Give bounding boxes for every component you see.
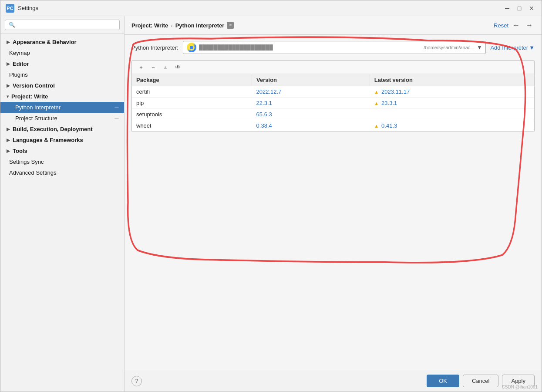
upgrade-arrow-icon: ▲ (374, 89, 379, 95)
latest-version-text: 0.41.3 (381, 122, 397, 129)
minimize-button[interactable]: ─ (502, 3, 512, 13)
sidebar-item-languages[interactable]: ▶ Languages & Frameworks (0, 135, 124, 145)
breadcrumb-parent: Project: Write (131, 22, 168, 29)
add-package-button[interactable]: + (135, 62, 147, 72)
arrow-icon: ▶ (7, 61, 10, 66)
sidebar-item-settings-sync[interactable]: Settings Sync (0, 156, 124, 167)
panel-actions: Reset ← → (494, 20, 535, 30)
nav-forward-button[interactable]: → (524, 20, 535, 30)
arrow-icon: ▶ (7, 83, 10, 88)
watermark: CSDN @ihan1001 (502, 385, 538, 389)
latest-version-text: 2023.11.17 (381, 88, 410, 95)
panel-body-wrapper: Python Interpreter: ████████████████████… (125, 35, 542, 370)
sidebar-item-editor[interactable]: ▶ Editor (0, 58, 124, 69)
window-title: Settings (18, 5, 502, 11)
version-cell: 2022.12.7 (252, 86, 370, 98)
move-up-button[interactable]: ▲ (160, 62, 171, 72)
sidebar-item-label: Languages & Frameworks (13, 137, 83, 143)
col-version: Version (252, 74, 370, 86)
main-content: ▶ Appearance & Behavior Keymap ▶ Editor … (0, 16, 542, 392)
sidebar-item-version-control[interactable]: ▶ Version Control (0, 80, 124, 91)
app-icon: PC (6, 4, 14, 13)
sidebar-items: ▶ Appearance & Behavior Keymap ▶ Editor … (0, 34, 124, 392)
add-interpreter-arrow: ▼ (529, 44, 535, 51)
sidebar-search-area (0, 16, 124, 34)
arrow-icon: ▶ (7, 149, 10, 153)
settings-icon (114, 115, 120, 122)
python-icon (187, 43, 196, 52)
sidebar-item-label: Python Interpreter (15, 104, 61, 111)
sidebar-item-label: Settings Sync (9, 159, 44, 165)
sidebar-item-label: Tools (13, 148, 27, 154)
right-panel: Project: Write › Python Interpreter ≡ Re… (125, 16, 542, 392)
packages-table: Package Version Latest version certifi20… (132, 74, 534, 132)
interpreter-path: ████████████████████ (199, 44, 421, 51)
version-cell: 0.38.4 (252, 120, 370, 132)
panel-header: Project: Write › Python Interpreter ≡ Re… (125, 16, 542, 35)
table-header-row: Package Version Latest version (132, 74, 534, 86)
upgrade-arrow-icon: ▲ (374, 123, 379, 128)
packages-tbody: certifi2022.12.7▲2023.11.17pip22.3.1▲23.… (132, 86, 534, 132)
sidebar-item-label: Editor (13, 61, 29, 67)
svg-rect-1 (114, 118, 119, 119)
settings-small-icon: ≡ (227, 22, 234, 29)
settings-window: PC Settings ─ □ ✕ ▶ Appearance & Behavio… (0, 0, 542, 392)
svg-point-3 (190, 46, 193, 49)
latest-version-cell: ▲0.41.3 (370, 120, 534, 132)
interpreter-path-end: /home/sysadmin/anac... (424, 45, 474, 50)
package-table-container: + − ▲ 👁 Package Version Latest version (131, 60, 535, 132)
arrow-icon: ▶ (7, 127, 10, 132)
sidebar-item-label: Version Control (13, 82, 55, 89)
ok-button[interactable]: OK (427, 375, 459, 387)
package-name-cell: setuptools (132, 109, 252, 120)
interpreter-selector[interactable]: ████████████████████ /home/sysadmin/anac… (183, 41, 486, 54)
arrow-icon: ▾ (7, 94, 9, 99)
table-row[interactable]: pip22.3.1▲23.3.1 (132, 98, 534, 109)
search-input[interactable] (5, 20, 120, 30)
breadcrumb-separator: › (171, 22, 172, 29)
arrow-icon: ▶ (7, 138, 10, 142)
col-latest-version: Latest version (370, 74, 534, 86)
interpreter-row: Python Interpreter: ████████████████████… (131, 41, 535, 54)
sidebar-item-tools[interactable]: ▶ Tools (0, 145, 124, 156)
sidebar-item-appearance[interactable]: ▶ Appearance & Behavior (0, 37, 124, 47)
interpreter-dropdown-button[interactable]: ▼ (477, 44, 482, 51)
latest-version-text: 23.3.1 (381, 100, 397, 106)
sidebar-item-python-interpreter[interactable]: Python Interpreter (0, 102, 124, 113)
remove-package-button[interactable]: − (148, 62, 159, 72)
latest-version-cell (370, 109, 534, 120)
table-row[interactable]: wheel0.38.4▲0.41.3 (132, 120, 534, 132)
add-interpreter-button[interactable]: Add Interpreter ▼ (490, 44, 535, 51)
sidebar-item-label: Build, Execution, Deployment (13, 126, 92, 132)
sidebar-item-label: Project Structure (15, 115, 57, 122)
reset-link[interactable]: Reset (494, 22, 508, 29)
maximize-button[interactable]: □ (515, 3, 524, 13)
table-row[interactable]: setuptools65.6.3 (132, 109, 534, 120)
sidebar-item-label: Project: Write (11, 93, 48, 100)
sidebar-item-project-structure[interactable]: Project Structure (0, 113, 124, 124)
sidebar-item-plugins[interactable]: Plugins (0, 69, 124, 80)
sidebar-item-advanced-settings[interactable]: Advanced Settings (0, 167, 124, 178)
package-name-cell: certifi (132, 86, 252, 98)
cancel-button[interactable]: Cancel (463, 375, 498, 387)
sidebar-item-label: Advanced Settings (9, 169, 56, 176)
close-button[interactable]: ✕ (527, 3, 536, 13)
interpreter-label: Python Interpreter: (131, 44, 178, 51)
sidebar-item-keymap[interactable]: Keymap (0, 47, 124, 58)
svg-rect-0 (114, 107, 119, 108)
panel-body: Python Interpreter: ████████████████████… (125, 35, 542, 370)
version-cell: 22.3.1 (252, 98, 370, 109)
sidebar: ▶ Appearance & Behavior Keymap ▶ Editor … (0, 16, 125, 392)
settings-icon (114, 105, 120, 111)
help-button[interactable]: ? (131, 376, 142, 386)
table-toolbar: + − ▲ 👁 (132, 61, 534, 74)
arrow-icon: ▶ (7, 40, 10, 44)
nav-back-button[interactable]: ← (511, 20, 522, 30)
table-row[interactable]: certifi2022.12.7▲2023.11.17 (132, 86, 534, 98)
col-package: Package (132, 74, 252, 86)
sidebar-item-build[interactable]: ▶ Build, Execution, Deployment (0, 124, 124, 135)
show-details-button[interactable]: 👁 (172, 62, 183, 72)
title-bar: PC Settings ─ □ ✕ (0, 0, 542, 16)
sidebar-item-project-write[interactable]: ▾ Project: Write (0, 91, 124, 102)
breadcrumb-current: Python Interpreter (175, 22, 225, 29)
